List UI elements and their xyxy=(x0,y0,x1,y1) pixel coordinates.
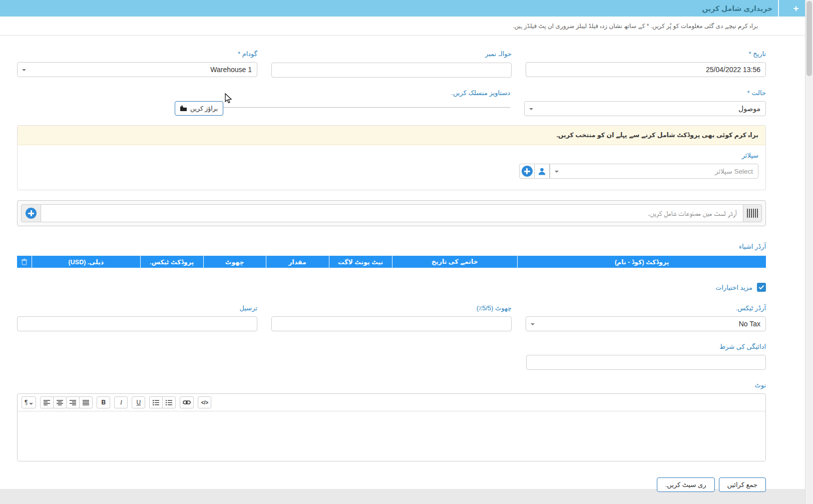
align-center-button[interactable] xyxy=(53,396,67,408)
supplier-select[interactable]: Select سپلائر xyxy=(550,164,758,179)
shipping-input[interactable] xyxy=(17,316,257,331)
alignment-group xyxy=(40,396,93,408)
code-icon: </> xyxy=(201,400,208,405)
date-field-group: تاریخ * xyxy=(526,50,766,78)
attach-document-group: دستاویز منسلک کریں. براؤز کریں xyxy=(17,89,510,116)
order-tax-select[interactable]: No Tax xyxy=(526,316,766,331)
add-purchase-page: + خریداری شامل کریں براہ کرم نیچے دی گئی… xyxy=(0,0,813,504)
submit-button[interactable]: جمع کرائیں xyxy=(719,477,766,492)
date-label: تاریخ * xyxy=(526,50,766,58)
align-right-button[interactable] xyxy=(66,396,80,408)
product-search-panel xyxy=(17,200,766,226)
column-quantity: مقدار xyxy=(266,256,329,268)
column-subtotal: ذیلی. (USD) xyxy=(32,256,140,268)
browse-button[interactable]: براؤز کریں xyxy=(175,101,223,116)
barcode-addon xyxy=(743,204,762,222)
chevron-down-icon xyxy=(531,323,535,325)
note-editor-body[interactable] xyxy=(18,411,765,461)
code-view-button[interactable]: </> xyxy=(198,396,211,408)
shipping-field-group: ترسیل xyxy=(17,304,257,331)
italic-icon: I xyxy=(120,399,122,406)
product-search-group xyxy=(21,204,762,222)
italic-group: I xyxy=(114,396,128,408)
ordered-list-icon xyxy=(166,400,172,405)
supplier-row: Select سپلائر xyxy=(25,164,758,179)
payment-term-field-group: ادائیگی کی شرط xyxy=(526,343,766,370)
product-search-input[interactable] xyxy=(41,204,743,222)
payment-term-input[interactable] xyxy=(526,355,766,370)
column-product-tax: پروڈکٹ ٹیکس. xyxy=(141,256,203,268)
style-group: ¶ xyxy=(22,396,36,408)
scrollbar-thumb[interactable] xyxy=(806,1,812,76)
warehouse-select[interactable]: Warehouse 1 xyxy=(17,62,257,77)
plus-icon: + xyxy=(793,4,798,13)
reference-label: حوالہ نمبر xyxy=(271,50,512,58)
paragraph-style-button[interactable]: ¶ xyxy=(22,396,36,408)
column-product: پروڈکٹ (کوڈ - نام) xyxy=(518,256,766,268)
code-group: </> xyxy=(198,396,211,408)
ordered-list-button[interactable] xyxy=(162,396,176,408)
note-label: نوٹ xyxy=(17,381,766,389)
barcode-icon xyxy=(747,209,758,218)
supplier-panel-body: سپلائر Select سپلائر xyxy=(18,145,765,190)
align-justify-icon xyxy=(83,400,89,405)
add-supplier-button[interactable] xyxy=(519,164,535,179)
person-icon xyxy=(538,167,546,176)
top-bar: + خریداری شامل کریں xyxy=(0,0,813,17)
instruction-text: براہ کرم نیچے دی گئی معلومات کو پُر کریں… xyxy=(513,23,758,30)
folder-open-icon xyxy=(180,106,187,112)
form-row-1: تاریخ * حوالہ نمبر گودام * Warehouse 1 xyxy=(17,50,766,78)
align-left-button[interactable] xyxy=(40,396,54,408)
reset-button[interactable]: ری سیٹ کریں. xyxy=(657,477,715,492)
align-left-icon xyxy=(44,400,50,405)
status-field-group: حالت * موصول xyxy=(524,89,766,116)
shipping-label: ترسیل xyxy=(17,304,257,312)
form-actions: جمع کرائیں ری سیٹ کریں. xyxy=(17,477,766,492)
reference-field-group: حوالہ نمبر xyxy=(271,50,512,78)
status-select[interactable]: موصول xyxy=(524,101,766,116)
align-justify-button[interactable] xyxy=(79,396,93,408)
column-expiry-date: خاتمے کی تاریخ xyxy=(392,256,518,268)
warehouse-label: گودام * xyxy=(17,50,257,58)
checkmark-icon xyxy=(758,285,764,290)
supplier-placeholder: Select سپلائر xyxy=(715,167,753,175)
more-options-checkbox[interactable] xyxy=(757,283,766,292)
unordered-list-icon xyxy=(153,400,159,405)
link-group xyxy=(180,396,194,408)
align-right-icon xyxy=(70,400,76,405)
discount-field-group: چھوٹ (5/5٪) xyxy=(271,304,512,331)
supplier-panel: براہ کرم کوئی بھی پروڈکٹ شامل کرنے سے پہ… xyxy=(17,125,766,190)
bold-icon: B xyxy=(102,399,106,406)
status-selected-value: موصول xyxy=(738,105,760,113)
plus-circle-icon xyxy=(26,208,37,219)
supplier-label: سپلائر xyxy=(25,152,758,159)
date-input[interactable] xyxy=(526,62,766,77)
browse-button-label: براؤز کریں xyxy=(190,105,218,112)
add-product-button[interactable] xyxy=(21,204,41,222)
unordered-list-button[interactable] xyxy=(149,396,163,408)
reference-input[interactable] xyxy=(271,63,512,78)
scrollbar[interactable] xyxy=(805,0,813,504)
order-items-label: آرڈر اشیاء xyxy=(17,243,766,250)
discount-label: چھوٹ (5/5٪) xyxy=(271,304,512,312)
supplier-warning: براہ کرم کوئی بھی پروڈکٹ شامل کرنے سے پہ… xyxy=(18,126,765,145)
pilcrow-icon: ¶ xyxy=(25,399,28,406)
plus-circle-icon xyxy=(522,166,533,177)
column-discount: چھوٹ xyxy=(204,256,266,268)
order-tax-selected-value: No Tax xyxy=(739,320,760,328)
attach-document-label: دستاویز منسلک کریں. xyxy=(17,89,510,97)
list-group xyxy=(149,396,176,408)
tab-divider xyxy=(778,0,779,17)
status-label: حالت * xyxy=(524,89,766,97)
link-button[interactable] xyxy=(180,396,194,408)
underline-group: U xyxy=(132,396,145,408)
more-options-row: مزید اختیارات xyxy=(17,283,766,292)
form-row-2: حالت * موصول دستاویز منسلک کریں. براؤز ک… xyxy=(17,89,766,116)
italic-button[interactable]: I xyxy=(114,396,128,408)
view-supplier-button[interactable] xyxy=(534,164,550,179)
underline-button[interactable]: U xyxy=(132,396,145,408)
column-net-unit-cost: نیٹ یونٹ لاگت xyxy=(329,256,392,268)
bold-button[interactable]: B xyxy=(97,396,110,408)
more-options-label[interactable]: مزید اختیارات xyxy=(715,284,752,291)
discount-input[interactable] xyxy=(271,316,512,331)
